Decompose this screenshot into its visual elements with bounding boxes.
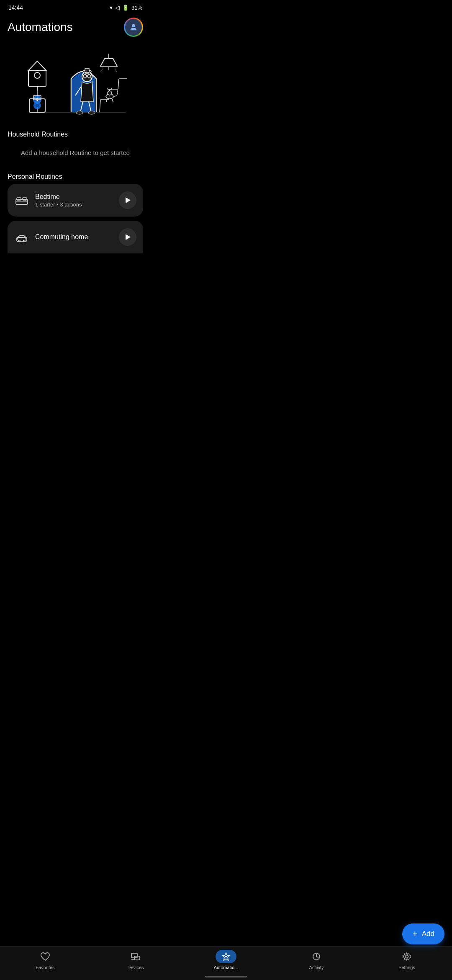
personal-section: Personal Routines Bedtime 1 starter • 3 …	[8, 173, 143, 253]
user-silhouette-icon	[129, 23, 138, 32]
routine-card-bedtime[interactable]: Bedtime 1 starter • 3 actions	[8, 184, 143, 217]
svg-point-11	[36, 104, 39, 107]
svg-point-37	[108, 91, 112, 95]
battery-icon: 🔋	[122, 5, 129, 11]
svg-line-28	[100, 70, 103, 72]
svg-line-34	[118, 79, 119, 89]
svg-point-0	[132, 24, 135, 27]
commuting-play-button[interactable]	[119, 228, 136, 246]
bedtime-play-button[interactable]	[119, 191, 136, 209]
play-icon	[126, 197, 131, 203]
bedtime-name: Bedtime	[35, 193, 113, 201]
svg-marker-25	[100, 59, 117, 66]
routine-item-bedtime[interactable]: Bedtime 1 starter • 3 actions	[8, 184, 143, 217]
bedtime-icon	[14, 193, 29, 208]
routine-card-commuting[interactable]: Commuting home	[8, 221, 143, 253]
household-section: Household Routines Add a household Routi…	[8, 131, 143, 165]
page-title: Automations	[8, 21, 73, 34]
routine-item-commuting[interactable]: Commuting home	[8, 221, 143, 253]
automations-illustration: ⬆	[0, 37, 151, 129]
battery-percent: 31%	[131, 5, 142, 11]
svg-marker-3	[28, 61, 46, 70]
svg-line-29	[115, 70, 117, 72]
svg-rect-19	[85, 68, 89, 72]
svg-rect-43	[17, 198, 21, 200]
bedtime-info: Bedtime 1 starter • 3 actions	[35, 193, 113, 208]
wifi-icon: ▾	[110, 4, 113, 11]
svg-point-4	[34, 72, 40, 78]
status-icons: ▾ ◁ 🔋 31%	[110, 4, 142, 11]
svg-point-23	[76, 111, 83, 114]
svg-line-41	[112, 99, 113, 102]
avatar-inner	[125, 19, 142, 36]
header: Automations	[0, 13, 151, 37]
play-icon	[126, 234, 131, 240]
commuting-name: Commuting home	[35, 233, 113, 241]
avatar[interactable]	[124, 18, 143, 37]
svg-line-40	[106, 99, 107, 102]
personal-section-title: Personal Routines	[8, 173, 143, 181]
household-section-title: Household Routines	[8, 131, 143, 138]
status-bar: 14:44 ▾ ◁ 🔋 31%	[0, 0, 151, 13]
time: 14:44	[8, 4, 23, 11]
svg-rect-44	[23, 198, 27, 200]
bedtime-meta: 1 starter • 3 actions	[35, 201, 113, 208]
svg-marker-39	[110, 88, 112, 91]
illustration-svg: ⬆	[17, 41, 134, 125]
signal-icon: ◁	[115, 4, 120, 11]
household-empty-message: Add a household Routine to get started	[8, 142, 143, 165]
svg-line-30	[100, 100, 100, 112]
svg-point-24	[88, 111, 95, 114]
commuting-info: Commuting home	[35, 233, 113, 241]
commuting-icon	[14, 230, 29, 245]
main-content: Household Routines Add a household Routi…	[0, 131, 151, 253]
